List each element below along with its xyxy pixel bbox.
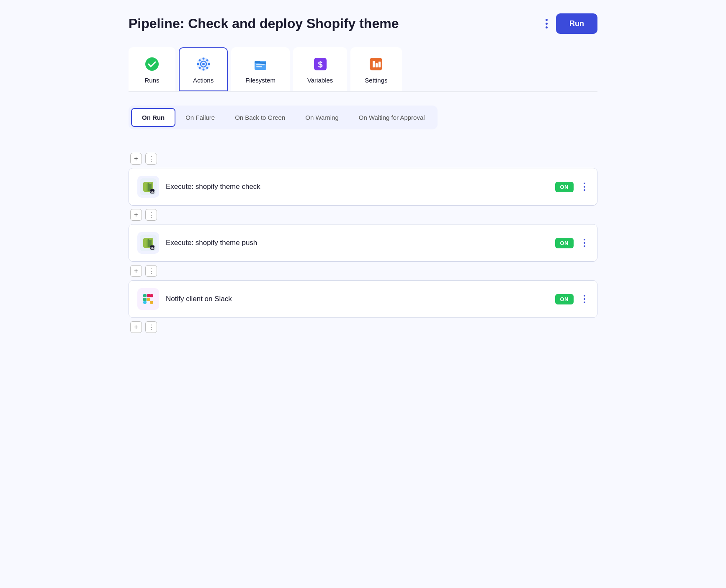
page-title: Pipeline: Check and deploy Shopify theme <box>129 16 399 31</box>
action-3-status: ON <box>555 294 574 304</box>
svg-rect-30 <box>147 298 150 301</box>
shopify-cli-icon-1: CLI <box>137 176 159 198</box>
filesystem-icon <box>251 55 270 73</box>
action-2-status: ON <box>555 238 574 248</box>
tab-actions[interactable]: Actions <box>179 47 228 91</box>
settings-icon <box>367 55 385 73</box>
connector-4: + ⋮ <box>130 318 597 336</box>
svg-point-9 <box>198 67 201 69</box>
header-actions: Run <box>542 13 597 34</box>
connector-menu-btn-1[interactable]: ⋮ <box>145 153 157 165</box>
action-card-1: CLI Execute: shopify theme check ON <box>129 168 597 206</box>
add-action-btn-2[interactable]: + <box>130 209 142 221</box>
tab-actions-label: Actions <box>193 77 214 84</box>
svg-rect-13 <box>256 64 265 65</box>
tab-filesystem[interactable]: Filesystem <box>231 47 290 91</box>
svg-point-7 <box>198 59 201 62</box>
svg-rect-29 <box>143 298 147 301</box>
nav-tab-bar: Runs Actions <box>129 47 597 92</box>
page-header: Pipeline: Check and deploy Shopify theme… <box>129 13 597 34</box>
action-2-label: Execute: shopify theme push <box>166 239 548 247</box>
svg-point-11 <box>202 63 205 65</box>
connector-1: + ⋮ <box>130 150 597 168</box>
more-options-button[interactable] <box>542 15 551 32</box>
svg-point-4 <box>202 69 204 71</box>
tab-variables[interactable]: $ Variables <box>293 47 347 91</box>
svg-text:$: $ <box>318 60 322 69</box>
svg-rect-31 <box>147 294 150 297</box>
actions-area: + ⋮ CLI Execute: shopify theme check ON <box>129 143 597 343</box>
trigger-tab-on-failure[interactable]: On Failure <box>175 108 225 127</box>
connector-menu-btn-2[interactable]: ⋮ <box>145 209 157 221</box>
trigger-tab-on-waiting-for-approval[interactable]: On Waiting for Approval <box>349 108 435 127</box>
action-1-menu-btn[interactable] <box>580 181 589 193</box>
trigger-tab-on-warning[interactable]: On Warning <box>295 108 348 127</box>
connector-2: + ⋮ <box>130 206 597 224</box>
svg-point-0 <box>145 57 159 71</box>
connector-3: + ⋮ <box>130 262 597 280</box>
svg-text:CLI: CLI <box>150 247 154 249</box>
add-action-btn-4[interactable]: + <box>130 321 142 333</box>
tab-settings-label: Settings <box>365 77 387 84</box>
svg-point-34 <box>150 301 153 304</box>
shopify-cli-icon-2: CLI <box>137 232 159 254</box>
slack-icon <box>137 288 159 310</box>
actions-icon <box>194 55 213 73</box>
tab-variables-label: Variables <box>307 77 333 84</box>
runs-icon <box>143 55 161 73</box>
tab-runs-label: Runs <box>144 77 159 84</box>
action-3-label: Notify client on Slack <box>166 295 548 303</box>
tab-settings[interactable]: Settings <box>350 47 402 91</box>
svg-rect-20 <box>378 62 381 67</box>
svg-point-3 <box>202 58 204 60</box>
connector-menu-btn-4[interactable]: ⋮ <box>145 321 157 333</box>
svg-point-5 <box>197 63 199 65</box>
svg-text:CLI: CLI <box>150 191 154 193</box>
svg-point-8 <box>206 59 208 62</box>
trigger-tab-bar: On Run On Failure On Back to Green On Wa… <box>129 106 438 129</box>
run-button[interactable]: Run <box>556 13 597 34</box>
action-1-label: Execute: shopify theme check <box>166 183 548 191</box>
svg-rect-19 <box>376 63 378 67</box>
tab-filesystem-label: Filesystem <box>245 77 275 84</box>
trigger-tab-on-back-to-green[interactable]: On Back to Green <box>225 108 295 127</box>
add-action-btn-1[interactable]: + <box>130 153 142 165</box>
svg-point-6 <box>208 63 210 65</box>
trigger-tab-on-run[interactable]: On Run <box>131 108 175 127</box>
svg-point-35 <box>143 294 147 297</box>
svg-rect-18 <box>373 61 375 67</box>
action-2-menu-btn[interactable] <box>580 237 589 249</box>
variables-icon: $ <box>311 55 330 73</box>
svg-point-33 <box>150 294 153 297</box>
svg-rect-14 <box>256 66 262 67</box>
svg-point-10 <box>206 67 208 69</box>
add-action-btn-3[interactable]: + <box>130 265 142 277</box>
tab-runs[interactable]: Runs <box>129 47 175 91</box>
action-1-status: ON <box>555 182 574 192</box>
svg-point-32 <box>143 301 147 304</box>
connector-menu-btn-3[interactable]: ⋮ <box>145 265 157 277</box>
action-card-2: CLI Execute: shopify theme push ON <box>129 224 597 262</box>
action-card-3: Notify client on Slack ON <box>129 280 597 318</box>
action-3-menu-btn[interactable] <box>580 293 589 305</box>
